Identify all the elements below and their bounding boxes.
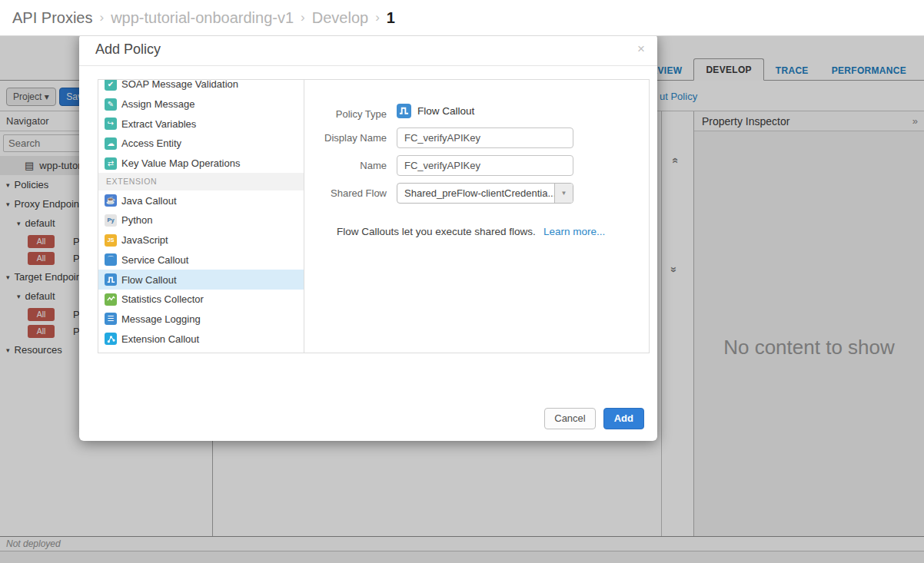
breadcrumb: API Proxies›wpp-tutorial-onboarding-v1›D… bbox=[0, 0, 924, 36]
breadcrumb-item[interactable]: wpp-tutorial-onboarding-v1 bbox=[111, 9, 294, 27]
policy-type-value: Flow Callout bbox=[397, 104, 474, 118]
apigee-develop-page: API Proxies›wpp-tutorial-onboarding-v1›D… bbox=[0, 0, 924, 563]
assign-message-icon: ✎ bbox=[105, 98, 117, 111]
policy-list-item-python[interactable]: PyPython bbox=[98, 210, 304, 230]
policy-item-label: Service Callout bbox=[121, 254, 188, 266]
policy-list-item-service-callout[interactable]: ⌒Service Callout bbox=[98, 250, 304, 270]
policy-item-label: Assign Message bbox=[121, 98, 194, 110]
policy-item-label: Python bbox=[121, 214, 152, 226]
modal-title: Add Policy bbox=[95, 41, 161, 58]
policy-item-label: Access Entity bbox=[121, 137, 181, 149]
policy-list-item-assign-message[interactable]: ✎Assign Message bbox=[98, 94, 304, 114]
close-icon[interactable]: × bbox=[637, 41, 645, 57]
policy-list-item-key-value-map-operations[interactable]: ⇄Key Value Map Operations bbox=[98, 154, 304, 174]
flow-callout-icon bbox=[105, 273, 117, 286]
shared-flow-select[interactable]: Shared_preFlow-clientCredentia... ▼ bbox=[397, 183, 573, 204]
key-value-map-operations-icon: ⇄ bbox=[105, 157, 117, 170]
dropdown-arrow-button[interactable]: ▼ bbox=[554, 184, 573, 203]
display-name-label: Display Name bbox=[304, 132, 387, 144]
policy-list-item-java-callout[interactable]: ☕Java Callout bbox=[98, 190, 304, 210]
extension-callout-icon bbox=[105, 333, 117, 345]
policy-item-label: SOAP Message Validation bbox=[121, 80, 238, 90]
policy-description: Flow Callouts let you execute shared flo… bbox=[337, 226, 605, 237]
breadcrumb-item: 1 bbox=[387, 9, 395, 27]
policy-type-label: Policy Type bbox=[304, 108, 387, 120]
python-icon: Py bbox=[105, 214, 117, 227]
cancel-button[interactable]: Cancel bbox=[544, 408, 595, 429]
policy-item-label: JavaScript bbox=[121, 234, 168, 246]
policy-list-item-javascript[interactable]: JSJavaScript bbox=[98, 230, 304, 250]
policy-item-label: Statistics Collector bbox=[121, 293, 204, 305]
shared-flow-label: Shared Flow bbox=[304, 187, 387, 199]
statistics-collector-icon bbox=[105, 293, 117, 306]
policy-type-name: Flow Callout bbox=[417, 105, 474, 117]
policy-list-item-flow-callout[interactable]: Flow Callout bbox=[98, 270, 304, 290]
policy-type-list[interactable]: ✔SOAP Message Validation✎Assign Message↪… bbox=[98, 80, 304, 353]
access-entity-icon: ☁ bbox=[105, 137, 117, 150]
policy-list-item-soap-message-validation[interactable]: ✔SOAP Message Validation bbox=[98, 80, 304, 94]
breadcrumb-separator: › bbox=[99, 10, 104, 25]
policy-form: Policy Type Flow Callout Display Name Na… bbox=[304, 80, 649, 353]
breadcrumb-item[interactable]: Develop bbox=[312, 9, 368, 27]
modal-content: ✔SOAP Message Validation✎Assign Message↪… bbox=[98, 79, 650, 353]
policy-item-label: Extract Variables bbox=[121, 118, 196, 130]
policy-list-item-statistics-collector[interactable]: Statistics Collector bbox=[98, 290, 304, 310]
name-label: Name bbox=[304, 160, 387, 171]
learn-more-link[interactable]: Learn more... bbox=[543, 226, 605, 237]
policy-item-label: Extension Callout bbox=[121, 333, 199, 345]
policy-item-label: Message Logging bbox=[121, 313, 201, 325]
javascript-icon: JS bbox=[105, 234, 117, 247]
policy-item-label: Flow Callout bbox=[121, 274, 177, 286]
policy-category-header: EXTENSION bbox=[98, 173, 304, 190]
name-input[interactable] bbox=[397, 155, 573, 176]
policy-item-label: Key Value Map Operations bbox=[121, 157, 240, 169]
soap-message-validation-icon: ✔ bbox=[105, 80, 117, 91]
policy-list-item-extract-variables[interactable]: ↪Extract Variables bbox=[98, 114, 304, 134]
chevron-down-icon: ▼ bbox=[561, 190, 567, 197]
breadcrumb-separator: › bbox=[301, 10, 305, 25]
modal-header: Add Policy × bbox=[79, 34, 657, 66]
breadcrumb-item: API Proxies bbox=[12, 9, 92, 27]
extract-variables-icon: ↪ bbox=[105, 118, 117, 130]
policy-item-label: Java Callout bbox=[121, 195, 177, 207]
flow-callout-icon bbox=[397, 104, 411, 118]
add-policy-modal: Add Policy × ✔SOAP Message Validation✎As… bbox=[79, 34, 657, 441]
policy-list-item-access-entity[interactable]: ☁Access Entity bbox=[98, 134, 304, 154]
display-name-input[interactable] bbox=[397, 128, 573, 148]
policy-list-item-message-logging[interactable]: ☰Message Logging bbox=[98, 310, 304, 330]
service-callout-icon: ⌒ bbox=[105, 253, 117, 266]
description-text: Flow Callouts let you execute shared flo… bbox=[337, 226, 536, 237]
message-logging-icon: ☰ bbox=[105, 313, 117, 325]
add-button[interactable]: Add bbox=[603, 408, 644, 429]
shared-flow-selected-value: Shared_preFlow-clientCredentia... bbox=[397, 184, 554, 203]
policy-type-list-inner: ✔SOAP Message Validation✎Assign Message↪… bbox=[98, 80, 304, 349]
breadcrumb-separator: › bbox=[375, 10, 380, 25]
policy-list-item-extension-callout[interactable]: Extension Callout bbox=[98, 329, 304, 349]
java-callout-icon: ☕ bbox=[105, 194, 117, 207]
modal-footer: Cancel Add bbox=[544, 408, 644, 429]
